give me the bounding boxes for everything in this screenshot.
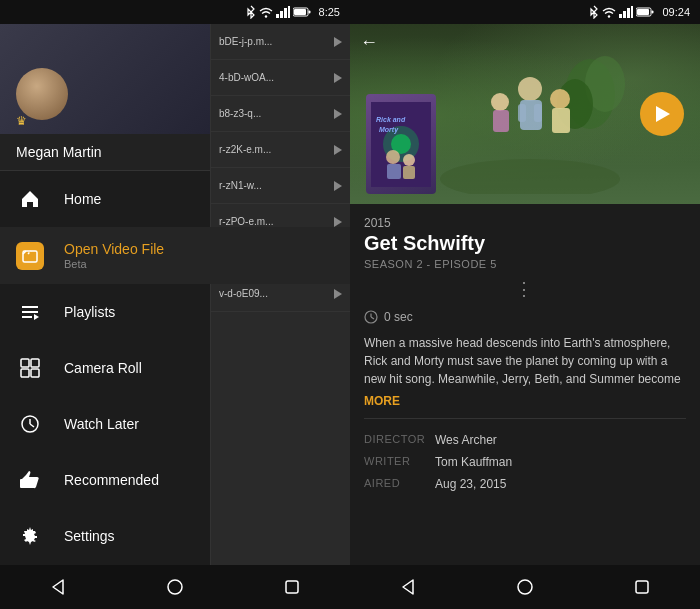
svg-point-51	[386, 150, 400, 164]
play-icon	[656, 106, 670, 122]
sidebar-item-settings[interactable]: Settings	[0, 508, 350, 564]
battery-icon-right	[636, 7, 654, 17]
divider	[364, 418, 686, 419]
playlists-label: Playlists	[64, 304, 334, 320]
right-panel: 09:24 ←	[350, 0, 700, 609]
file-name: b8-z3-q...	[219, 108, 330, 119]
svg-rect-7	[308, 11, 310, 14]
svg-marker-22	[53, 580, 63, 594]
open-video-icon	[16, 242, 44, 270]
home-nav-icon-right	[516, 578, 534, 596]
file-name: r-z2K-e.m...	[219, 144, 330, 155]
home-nav-icon	[166, 578, 184, 596]
home-nav-button-right[interactable]	[505, 567, 545, 607]
back-nav-icon	[49, 578, 67, 596]
svg-rect-16	[31, 369, 39, 377]
play-arrow-icon	[334, 145, 342, 155]
play-button[interactable]	[640, 92, 684, 136]
recents-nav-button-right[interactable]	[622, 567, 662, 607]
time-left: 8:25	[319, 6, 340, 18]
episode-poster: Rick and Morty	[366, 94, 436, 194]
writer-value: Tom Kauffman	[435, 455, 512, 469]
svg-point-37	[518, 77, 542, 101]
status-icons-right	[589, 5, 654, 19]
episode-season-episode: SEASON 2 - EPISODE 5	[364, 258, 686, 270]
wifi-icon	[259, 7, 273, 18]
open-video-label: Open Video File Beta	[64, 241, 334, 270]
time-right: 09:24	[662, 6, 690, 18]
battery-icon	[293, 7, 311, 17]
episode-year: 2015	[364, 216, 686, 230]
aired-value: Aug 23, 2015	[435, 477, 506, 491]
svg-rect-3	[284, 8, 287, 18]
list-item[interactable]: 4-bD-wOA...	[211, 60, 350, 96]
profile-avatar	[16, 68, 68, 120]
svg-rect-4	[288, 6, 290, 18]
svg-rect-54	[403, 166, 415, 179]
svg-rect-32	[652, 11, 654, 14]
recents-nav-button[interactable]	[272, 567, 312, 607]
back-nav-button-right[interactable]	[388, 567, 428, 607]
status-icons-left	[246, 5, 311, 19]
status-bar-right: 09:24	[350, 0, 700, 24]
svg-rect-40	[534, 104, 542, 122]
svg-point-52	[403, 154, 415, 166]
sidebar-item-watch-later[interactable]: Watch Later	[0, 396, 350, 452]
director-label: DIRECTOR	[364, 433, 419, 445]
list-item[interactable]: bDE-j-p.m...	[211, 24, 350, 60]
bottom-nav-right	[350, 565, 700, 609]
aired-label: AIRED	[364, 477, 419, 489]
svg-line-19	[30, 424, 34, 427]
back-nav-icon-right	[399, 578, 417, 596]
home-icon	[16, 185, 44, 213]
back-nav-button[interactable]	[38, 567, 78, 607]
svg-rect-15	[21, 369, 29, 377]
signal-icon	[276, 6, 290, 18]
avatar-image	[16, 68, 68, 120]
director-row: DIRECTOR Wes Archer	[364, 429, 686, 451]
sidebar-item-home[interactable]: Home	[0, 171, 350, 227]
video-hero: ← Rick and Morty	[350, 24, 700, 204]
sidebar-item-playlists[interactable]: Playlists	[0, 284, 350, 340]
svg-rect-53	[387, 164, 401, 179]
more-options-icon[interactable]: ⋮	[364, 270, 686, 304]
bluetooth-icon-right	[589, 5, 599, 19]
episode-title: Get Schwifty	[364, 232, 686, 255]
svg-rect-6	[294, 9, 306, 15]
svg-rect-39	[518, 104, 526, 122]
svg-rect-13	[21, 359, 29, 367]
list-item[interactable]: r-z2K-e.m...	[211, 132, 350, 168]
more-link[interactable]: MORE	[364, 394, 686, 408]
episode-description: When a massive head descends into Earth'…	[364, 334, 686, 388]
svg-rect-60	[636, 581, 648, 593]
home-nav-button[interactable]	[155, 567, 195, 607]
svg-point-45	[440, 159, 620, 194]
svg-point-59	[518, 580, 532, 594]
director-value: Wes Archer	[435, 433, 497, 447]
crown-icon: ♛	[16, 114, 27, 128]
left-panel: 8:25 ♛ Megan Martin ▾ bDE-j-p.m... 4-bD-…	[0, 0, 350, 609]
list-item[interactable]: b8-z3-q...	[211, 96, 350, 132]
signal-icon-right	[619, 6, 633, 18]
back-button[interactable]: ←	[360, 32, 378, 53]
recommended-icon	[16, 466, 44, 494]
recents-nav-icon-right	[633, 578, 651, 596]
svg-rect-27	[623, 11, 626, 18]
duration-text: 0 sec	[384, 310, 413, 324]
camera-roll-label: Camera Roll	[64, 360, 334, 376]
duration-row: 0 sec	[364, 304, 686, 330]
svg-point-0	[264, 15, 266, 17]
sidebar-item-recommended[interactable]: Recommended	[0, 452, 350, 508]
sidebar-item-open-video[interactable]: Open Video File Beta	[0, 227, 350, 284]
play-arrow-icon	[334, 73, 342, 83]
svg-point-25	[608, 15, 610, 17]
svg-point-43	[491, 93, 509, 111]
watch-later-label: Watch Later	[64, 416, 334, 432]
recommended-label: Recommended	[64, 472, 334, 488]
svg-rect-2	[280, 11, 283, 18]
recents-nav-icon	[283, 578, 301, 596]
play-arrow-icon	[334, 109, 342, 119]
aired-row: AIRED Aug 23, 2015	[364, 473, 686, 495]
bluetooth-icon	[246, 5, 256, 19]
sidebar-item-camera-roll[interactable]: Camera Roll	[0, 340, 350, 396]
